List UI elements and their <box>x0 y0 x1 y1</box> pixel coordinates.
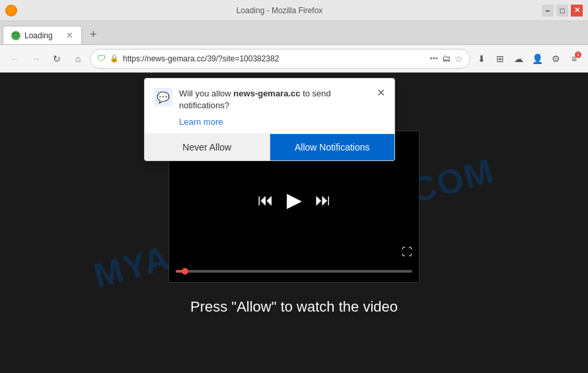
popup-domain: news-gemara.cc <box>233 88 300 98</box>
toolbar: ← → ↻ ⌂ 🛡 🔒 https://news-gemara.cc/39/?s… <box>0 45 588 73</box>
bookmark-icon[interactable]: ☆ <box>455 53 463 64</box>
popup-buttons: Never Allow Allow Notifications <box>145 133 394 160</box>
window-title: Loading - Mozilla Firefox <box>17 6 542 15</box>
progress-dot <box>182 268 188 275</box>
popup-header: 💬 Will you allow news-gemara.cc to send … <box>145 79 394 116</box>
url-text: https://news-gemara.cc/39/?site=10038238… <box>123 54 425 63</box>
tab-label: Loading <box>24 31 53 40</box>
firefox-icon <box>5 5 17 17</box>
account-button[interactable]: 👤 <box>529 50 546 67</box>
sync-button[interactable]: ☁ <box>510 50 527 67</box>
home-button[interactable]: ⌂ <box>69 50 87 68</box>
prev-button[interactable]: ⏮ <box>258 191 274 209</box>
extensions-button[interactable]: ⚙ <box>547 50 564 67</box>
browser-window: Loading - Mozilla Firefox – □ ✕ Loading … <box>0 0 588 373</box>
more-url-options-icon: ••• <box>429 54 438 63</box>
popup-message-pre: Will you allow <box>179 88 233 98</box>
next-button[interactable]: ⏭ <box>315 191 331 209</box>
new-tab-button[interactable]: + <box>85 25 102 44</box>
back-button[interactable]: ← <box>5 50 24 68</box>
reload-button[interactable]: ↻ <box>48 50 66 68</box>
lock-icon: 🔒 <box>110 54 119 63</box>
address-bar[interactable]: 🛡 🔒 https://news-gemara.cc/39/?site=1003… <box>90 49 470 69</box>
popup-text: Will you allow news-gemara.cc to send no… <box>179 88 370 112</box>
allow-notifications-button[interactable]: Allow Notifications <box>270 134 395 160</box>
tab-close-button[interactable]: ✕ <box>66 30 73 40</box>
never-allow-button[interactable]: Never Allow <box>145 134 270 160</box>
download-button[interactable]: ⬇ <box>473 50 490 67</box>
title-bar: Loading - Mozilla Firefox – □ ✕ <box>0 0 588 21</box>
menu-button[interactable]: ≡ <box>566 50 583 67</box>
popup-close-button[interactable]: ✕ <box>377 88 385 98</box>
close-window-button[interactable]: ✕ <box>571 5 583 17</box>
tab-favicon <box>11 31 20 40</box>
container-icon: 🗂 <box>442 53 451 63</box>
maximize-button[interactable]: □ <box>556 5 568 17</box>
forward-button[interactable]: → <box>26 50 45 68</box>
fullscreen-button[interactable]: ⛶ <box>402 246 412 258</box>
notification-popup: 💬 Will you allow news-gemara.cc to send … <box>144 78 395 161</box>
tab-bar: Loading ✕ + <box>0 21 588 45</box>
press-allow-text: Press "Allow" to watch the video <box>190 298 398 316</box>
minimize-button[interactable]: – <box>542 5 554 17</box>
popup-chat-icon: 💬 <box>154 88 172 106</box>
page-content: MYANTISPYWARE.COM ⏮ ▶ ⏭ ⛶ Press "Allow" … <box>0 73 588 373</box>
progress-fill <box>176 270 185 273</box>
play-button[interactable]: ▶ <box>287 188 302 211</box>
video-controls: ⏮ ▶ ⏭ <box>258 188 331 211</box>
active-tab[interactable]: Loading ✕ <box>3 26 82 44</box>
popup-message: Will you allow news-gemara.cc to send no… <box>179 88 370 112</box>
progress-bar[interactable] <box>176 270 412 273</box>
popup-learn-more-link[interactable]: Learn more <box>145 116 394 133</box>
library-button[interactable]: ⊞ <box>492 50 509 67</box>
shield-icon: 🛡 <box>97 53 106 63</box>
